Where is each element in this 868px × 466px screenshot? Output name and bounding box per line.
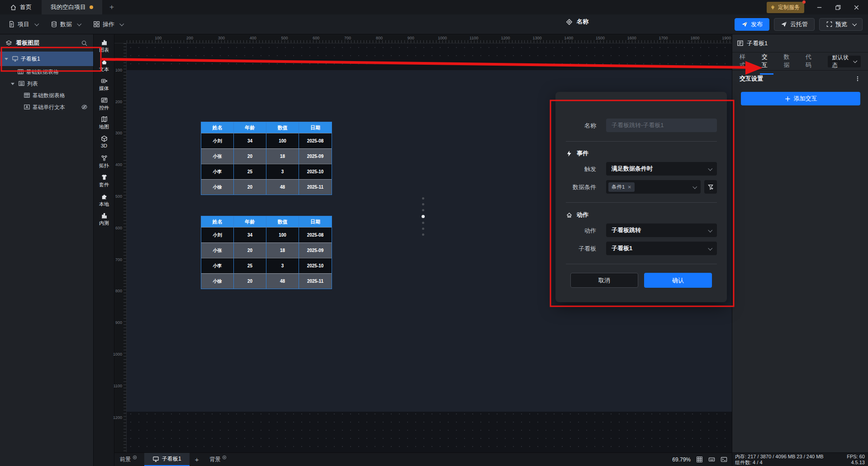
toolbox-topo[interactable]: 拓扑 [94,155,114,174]
page-indicator-dot[interactable] [422,233,424,236]
tab-code[interactable]: 代码 [806,53,816,70]
topo-icon [101,155,108,162]
ruler-label: 600 [313,36,319,40]
toolbox-textink[interactable]: 文本 [94,58,114,77]
layers-panel: 看板图层 子看板1基础数据表格列表基础数据表格基础单行文本 [0,34,94,466]
toolbox-local[interactable]: 本地 [94,193,114,212]
new-tab-button[interactable]: + [102,0,121,14]
data-table-2[interactable]: 姓名年龄数值日期小刘341002025-08小张20182025-09小李253… [201,216,332,289]
memory-status: 内存: 217 / 3870 / 4096 MB 23 / 240 MB [735,454,824,460]
ruler-label: 100 [155,36,161,40]
preview-label: 预览 [835,20,847,29]
page-indicator[interactable] [422,197,425,236]
data-table-1[interactable]: 姓名年龄数值日期小刘341002025-08小张20182025-09小李253… [201,122,332,195]
maximize-button[interactable] [835,4,841,11]
toolbox-map[interactable]: 地图 [94,116,114,135]
foreground-label: 前景 [120,456,131,463]
tree-item-subboard[interactable]: 子看板1 [0,52,93,66]
name-section-title: 名称 [577,18,588,26]
project-tab[interactable]: 我的空白项目 [42,0,102,14]
monitor-icon [152,456,159,462]
trigger-select[interactable]: 满足数据条件时 [606,162,717,176]
keyboard-icon[interactable] [708,456,715,463]
cancel-button[interactable]: 取消 [570,273,638,288]
tableic-icon [24,92,30,99]
tree-item-layer-3[interactable]: 基础数据表格 [0,90,93,101]
monitor-icon [12,55,19,62]
toolbox-cube[interactable]: 3D [94,135,114,154]
action-select[interactable]: 子看板跳转 [606,223,717,237]
condition-tag[interactable]: 条件1 ✕ [608,182,635,192]
close-button[interactable] [853,4,860,11]
menubar-item-db[interactable]: 数据 [46,20,85,29]
condition-select[interactable]: 条件1 ✕ [606,180,701,194]
ruler-label: 1600 [627,36,636,40]
minimize-button[interactable] [816,4,823,11]
toolbox-label: 3D [101,143,107,148]
add-board-button[interactable]: + [190,453,204,466]
table-cell: 3 [266,164,299,179]
terminal-icon[interactable] [721,456,727,463]
page-indicator-dot[interactable] [422,197,424,200]
page-indicator-dot[interactable] [422,222,424,224]
toolbox-media[interactable]: 媒体 [94,77,114,96]
tree-item-label: 子看板1 [21,55,40,63]
custom-service-badge[interactable]: 定制服务 [767,2,804,13]
background-toggle[interactable]: 背景 [204,453,232,466]
home-tab[interactable]: 首页 [0,0,42,14]
eye-off-icon[interactable] [81,104,88,110]
expand-arrow-icon[interactable] [5,58,8,60]
table-cell: 小张 [201,148,234,164]
menubar-item-doc[interactable]: 项目 [4,20,43,29]
tab-style[interactable]: 样式 [740,53,750,70]
toolbox-label: 拓扑 [99,162,109,169]
ruler-label: 1000 [113,352,122,357]
expand-arrow-icon[interactable] [11,83,14,85]
status-bar: 内存: 217 / 3870 / 4096 MB 23 / 240 MB FPS… [732,452,868,466]
grid-view-icon[interactable] [696,456,703,463]
ruler-label: 700 [344,36,351,40]
tree-item-layer-4[interactable]: 基础单行文本 [0,101,93,113]
table-cell: 2025-11 [299,179,332,195]
table-header-cell: 日期 [299,122,332,133]
tree-item-layer-1[interactable]: 基础数据表格 [0,66,93,78]
properties-panel: 子看板1 样式 交互 数据 代码 默认状态 交互设置 添加交互 内存: 217 … [732,34,868,466]
tab-interaction[interactable]: 交互 [762,53,772,70]
publish-button[interactable]: 发布 [735,18,769,31]
table-cell: 2025-11 [299,273,332,289]
toolbox-beta[interactable]: 内测 [94,212,114,231]
subboard-select-value: 子看板1 [612,244,632,252]
cloud-hosting-label: 云托管 [790,20,808,29]
zoom-level[interactable]: 69.79% [672,456,691,463]
page-indicator-dot[interactable] [422,209,424,211]
table-header-cell: 年龄 [234,122,266,133]
condition-filter-button[interactable] [704,180,717,194]
add-interaction-button[interactable]: 添加交互 [741,92,860,105]
menubar-item-gridops[interactable]: 操作 [89,20,128,29]
tab-data[interactable]: 数据 [783,53,794,70]
foreground-toggle[interactable]: 前景 [114,453,142,466]
tree-item-layer-2[interactable]: 列表 [0,78,93,90]
table-cell: 100 [266,227,299,243]
board-tab-active[interactable]: 子看板1 [144,453,190,466]
toolbox-chart[interactable]: 图表 [94,39,114,58]
search-icon[interactable] [81,40,88,47]
state-select[interactable]: 默认状态 [828,56,861,67]
confirm-button[interactable]: 确认 [644,273,712,288]
table-cell: 小刘 [201,133,234,148]
preview-button[interactable]: 预览 [819,18,863,31]
page-indicator-dot[interactable] [422,215,425,218]
subboard-select[interactable]: 子看板1 [606,242,717,255]
table-cell: 18 [266,148,299,164]
toolbox-widget[interactable]: 控件 [94,97,114,116]
remove-tag-icon[interactable]: ✕ [627,185,631,190]
beta-icon [101,212,108,219]
name-input[interactable]: 子看板跳转-子看板1 [606,119,717,132]
cloud-hosting-button[interactable]: 云托管 [774,18,815,31]
fullscreen-brackets-icon [826,21,833,28]
page-indicator-dot[interactable] [422,228,424,230]
more-vertical-icon[interactable] [854,76,861,82]
chevron-down-icon [77,22,81,26]
page-indicator-dot[interactable] [422,203,424,205]
toolbox-kit[interactable]: 套件 [94,174,114,193]
